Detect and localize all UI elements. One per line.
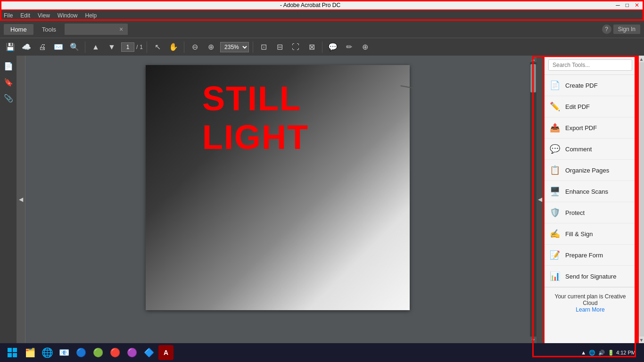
zoom-out-btn[interactable]: ⊖ bbox=[188, 41, 201, 54]
tools-search-input[interactable] bbox=[548, 59, 632, 71]
taskbar-browser[interactable]: 🌐 bbox=[40, 345, 55, 360]
pdf-viewer[interactable]: STILL LIGHT bbox=[25, 56, 530, 343]
attachments-icon[interactable]: 📎 bbox=[2, 91, 15, 105]
send-signature-icon: 📊 bbox=[549, 271, 561, 282]
tools-scroll-up[interactable]: ▲ bbox=[639, 56, 644, 62]
menu-window[interactable]: Window bbox=[58, 12, 78, 19]
markup-btn[interactable]: ✏ bbox=[342, 41, 355, 54]
title-text: - Adobe Acrobat Pro DC bbox=[5, 2, 616, 8]
marquee-zoom-btn[interactable]: ⊠ bbox=[305, 41, 318, 54]
maximize-btn[interactable]: □ bbox=[626, 2, 629, 8]
tray-network[interactable]: 🌐 bbox=[589, 350, 595, 356]
pages-panel-icon[interactable]: 📄 bbox=[2, 59, 15, 73]
taskbar-clock[interactable]: 4:12 PM bbox=[616, 350, 636, 355]
email-btn[interactable]: ✉️ bbox=[52, 41, 65, 54]
search-btn[interactable]: 🔍 bbox=[68, 41, 81, 54]
page-input[interactable]: 1 bbox=[121, 42, 134, 52]
page-sep: / bbox=[136, 44, 138, 50]
fit-page-btn[interactable]: ⊡ bbox=[257, 41, 270, 54]
tools-scroll-track[interactable] bbox=[639, 62, 644, 337]
edit-pdf-icon: ✏️ bbox=[549, 101, 561, 112]
taskbar: 🗂️ 🌐 📧 🔵 🟢 🔴 🟣 🔷 A ▲ 🌐 🔊 🔋 4:12 PM bbox=[0, 343, 644, 362]
doc-tab-input[interactable] bbox=[69, 26, 116, 33]
send-signature-label: Send for Signature bbox=[565, 273, 616, 280]
signin-btn[interactable]: Sign In bbox=[613, 25, 640, 34]
hand-tool[interactable]: ✋ bbox=[167, 41, 180, 54]
tool-organize-pages[interactable]: 📋 Organize Pages bbox=[545, 160, 636, 181]
system-tray: ▲ 🌐 🔊 🔋 bbox=[581, 350, 614, 356]
organize-pages-label: Organize Pages bbox=[565, 167, 609, 174]
start-btn[interactable] bbox=[4, 344, 21, 361]
scroll-thumb[interactable] bbox=[530, 64, 536, 92]
minimize-btn[interactable]: ─ bbox=[616, 2, 620, 8]
taskbar-file-explorer[interactable]: 🗂️ bbox=[23, 345, 38, 360]
save-btn[interactable]: 💾 bbox=[4, 41, 17, 54]
tab-close-btn[interactable]: × bbox=[119, 25, 123, 33]
cursor-tool[interactable]: ↖ bbox=[151, 41, 164, 54]
menu-edit[interactable]: Edit bbox=[20, 12, 30, 19]
zoom-control[interactable]: 235% 100% 150% 200% bbox=[220, 42, 249, 52]
tool-enhance-scans[interactable]: 🖥️ Enhance Scans bbox=[545, 181, 636, 202]
next-page-btn[interactable]: ▼ bbox=[105, 41, 118, 54]
insert-btn[interactable]: ⊕ bbox=[358, 41, 372, 54]
taskbar-icon-3[interactable]: 🔴 bbox=[107, 345, 123, 360]
taskbar-icon-1[interactable]: 🔵 bbox=[74, 345, 89, 360]
full-screen-btn[interactable]: ⛶ bbox=[289, 41, 302, 54]
left-collapse-btn[interactable]: ◀ bbox=[17, 56, 25, 343]
help-btn[interactable]: ? bbox=[602, 25, 611, 34]
right-collapse-btn[interactable]: ◀ bbox=[537, 56, 543, 343]
comment-tool-btn[interactable]: 💬 bbox=[326, 41, 339, 54]
learn-more-link[interactable]: Learn More bbox=[576, 306, 604, 313]
taskbar-email[interactable]: 📧 bbox=[57, 345, 72, 360]
share-btn[interactable]: ☁️ bbox=[20, 41, 33, 54]
prev-page-btn[interactable]: ▲ bbox=[89, 41, 102, 54]
page-nav: 1 / 1 bbox=[121, 42, 143, 52]
toolbar-sep-2 bbox=[147, 41, 147, 53]
tools-scroll-down[interactable]: ▼ bbox=[639, 337, 644, 343]
tool-export-pdf[interactable]: 📤 Export PDF bbox=[545, 117, 636, 139]
title-bar: - Adobe Acrobat Pro DC ─ □ ✕ bbox=[0, 0, 644, 10]
create-pdf-icon: 📄 bbox=[549, 80, 561, 91]
left-sidebar: 📄 🔖 📎 bbox=[0, 56, 17, 343]
tool-fill-sign[interactable]: ✍️ Fill & Sign bbox=[545, 223, 636, 245]
svg-rect-0 bbox=[8, 348, 12, 352]
tool-send-signature[interactable]: 📊 Send for Signature bbox=[545, 266, 636, 287]
tool-prepare-form[interactable]: 📝 Prepare Form bbox=[545, 245, 636, 266]
menu-help[interactable]: Help bbox=[85, 12, 97, 19]
tool-create-pdf[interactable]: 📄 Create PDF bbox=[545, 75, 636, 96]
fit-width-btn[interactable]: ⊟ bbox=[273, 41, 286, 54]
tab-tools[interactable]: Tools bbox=[35, 24, 63, 35]
edit-pdf-label: Edit PDF bbox=[565, 103, 590, 110]
scroll-track[interactable] bbox=[530, 62, 537, 337]
zoom-select[interactable]: 235% 100% 150% 200% bbox=[220, 42, 249, 52]
menu-file[interactable]: File bbox=[4, 12, 13, 19]
bookmarks-icon[interactable]: 🔖 bbox=[2, 75, 15, 89]
taskbar-icon-5[interactable]: 🔷 bbox=[141, 345, 157, 360]
tools-panel: 📄 Create PDF ✏️ Edit PDF 📤 Export PDF 💬 … bbox=[543, 56, 637, 343]
close-btn[interactable]: ✕ bbox=[635, 2, 639, 8]
zoom-in-btn[interactable]: ⊕ bbox=[204, 41, 217, 54]
taskbar-icon-2[interactable]: 🟢 bbox=[91, 345, 106, 360]
tool-comment[interactable]: 💬 Comment bbox=[545, 139, 636, 160]
tab-home[interactable]: Home bbox=[4, 24, 33, 35]
pdf-page: STILL LIGHT bbox=[146, 65, 410, 310]
scroll-up-btn[interactable]: ▲ bbox=[530, 56, 537, 62]
scroll-down-btn[interactable]: ▼ bbox=[530, 337, 537, 343]
pdf-scrollbar: ▲ ▼ bbox=[530, 56, 537, 343]
footer-text: Your current plan is Creative Cloud bbox=[549, 293, 631, 306]
create-pdf-label: Create PDF bbox=[565, 82, 598, 89]
tool-edit-pdf[interactable]: ✏️ Edit PDF bbox=[545, 96, 636, 117]
tab-bar: Home Tools × ? Sign In bbox=[0, 21, 644, 38]
enhance-scans-label: Enhance Scans bbox=[565, 188, 608, 195]
taskbar-icon-4[interactable]: 🟣 bbox=[124, 345, 140, 360]
tools-scrollbar: ▲ ▼ bbox=[637, 56, 644, 343]
tab-document[interactable]: × bbox=[65, 24, 128, 35]
tray-volume[interactable]: 🔊 bbox=[598, 350, 605, 356]
organize-pages-icon: 📋 bbox=[549, 165, 561, 176]
print-btn[interactable]: 🖨 bbox=[36, 41, 49, 54]
svg-rect-2 bbox=[8, 353, 12, 357]
tray-icon-1: ▲ bbox=[581, 350, 586, 355]
menu-view[interactable]: View bbox=[38, 12, 50, 19]
taskbar-acrobat[interactable]: A bbox=[158, 345, 173, 360]
tool-protect[interactable]: 🛡️ Protect bbox=[545, 202, 636, 223]
